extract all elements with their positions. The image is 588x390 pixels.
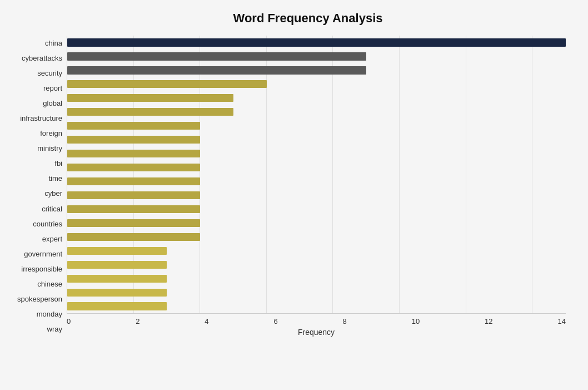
bar-cyber [67, 177, 200, 185]
bar-row-report [67, 77, 566, 91]
bar-time [67, 164, 200, 171]
bar-irresponsible [67, 247, 167, 255]
y-label-cyber: cyber [44, 190, 62, 197]
bar-china [67, 38, 566, 46]
bar-row-infrastructure [67, 105, 566, 119]
bar-row-china [67, 36, 566, 50]
bar-report [67, 80, 267, 88]
bar-row-countries [67, 202, 566, 216]
bar-row-spokesperson [67, 271, 566, 285]
chart-title: Word Frequency Analysis [6, 11, 566, 26]
y-label-foreign: foreign [40, 130, 62, 137]
bar-fbi [67, 150, 200, 157]
x-tick-0: 0 [67, 317, 71, 325]
bar-spokesperson [67, 275, 167, 283]
bar-foreign [67, 122, 200, 130]
y-label-china: china [45, 40, 62, 47]
bar-row-time [67, 161, 566, 175]
bar-row-ministry [67, 133, 566, 147]
bar-row-cyberattacks [67, 50, 566, 63]
bar-row-cyber [67, 175, 566, 189]
y-axis-labels: chinacyberattackssecurityreportglobalinf… [6, 36, 67, 337]
y-label-monday: monday [37, 310, 62, 318]
bar-row-irresponsible [67, 244, 566, 258]
x-tick-6: 6 [273, 317, 277, 325]
x-tick-4: 4 [205, 317, 208, 325]
bar-countries [67, 205, 200, 213]
y-label-global: global [43, 100, 62, 107]
bar-global [67, 94, 233, 102]
y-label-wray: wray [47, 325, 62, 333]
x-tick-14: 14 [557, 317, 565, 325]
y-label-security: security [37, 70, 62, 77]
bar-ministry [67, 136, 200, 144]
y-label-countries: countries [33, 220, 62, 228]
y-label-time: time [48, 175, 62, 182]
bar-infrastructure [67, 108, 233, 116]
y-label-ministry: ministry [37, 145, 62, 152]
y-label-spokesperson: spokesperson [17, 295, 62, 303]
bar-cyberattacks [67, 52, 366, 60]
bar-government [67, 233, 200, 241]
bar-row-wray [67, 299, 566, 313]
x-axis-label: Frequency [67, 328, 566, 337]
y-label-infrastructure: infrastructure [20, 115, 62, 122]
y-label-government: government [24, 250, 62, 258]
bar-critical [67, 191, 200, 199]
bars-section [67, 36, 566, 314]
chart-container: Word Frequency Analysis chinacyberattack… [0, 0, 588, 390]
bars-and-x: 02468101214 Frequency [67, 36, 566, 337]
bar-security [67, 66, 366, 74]
bar-row-expert [67, 216, 566, 230]
y-label-critical: critical [42, 205, 62, 213]
y-label-expert: expert [42, 235, 62, 243]
x-tick-12: 12 [485, 317, 492, 325]
bar-row-chinese [67, 258, 566, 271]
y-label-fbi: fbi [54, 160, 62, 167]
bar-row-monday [67, 285, 566, 299]
bar-row-government [67, 230, 566, 244]
bar-expert [67, 219, 200, 227]
chart-area: chinacyberattackssecurityreportglobalinf… [6, 36, 566, 337]
y-label-chinese: chinese [37, 280, 62, 288]
bar-row-fbi [67, 147, 566, 161]
y-label-cyberattacks: cyberattacks [22, 55, 62, 62]
x-tick-8: 8 [343, 317, 347, 325]
x-tick-2: 2 [136, 317, 139, 325]
x-axis: 02468101214 [67, 314, 566, 325]
bar-row-global [67, 91, 566, 105]
x-tick-10: 10 [412, 317, 420, 325]
bar-wray [67, 302, 167, 310]
bar-row-security [67, 63, 566, 77]
y-label-report: report [43, 85, 62, 92]
y-label-irresponsible: irresponsible [21, 265, 62, 273]
bar-chinese [67, 261, 167, 269]
bar-row-critical [67, 188, 566, 202]
bar-monday [67, 289, 167, 297]
bar-row-foreign [67, 119, 566, 133]
